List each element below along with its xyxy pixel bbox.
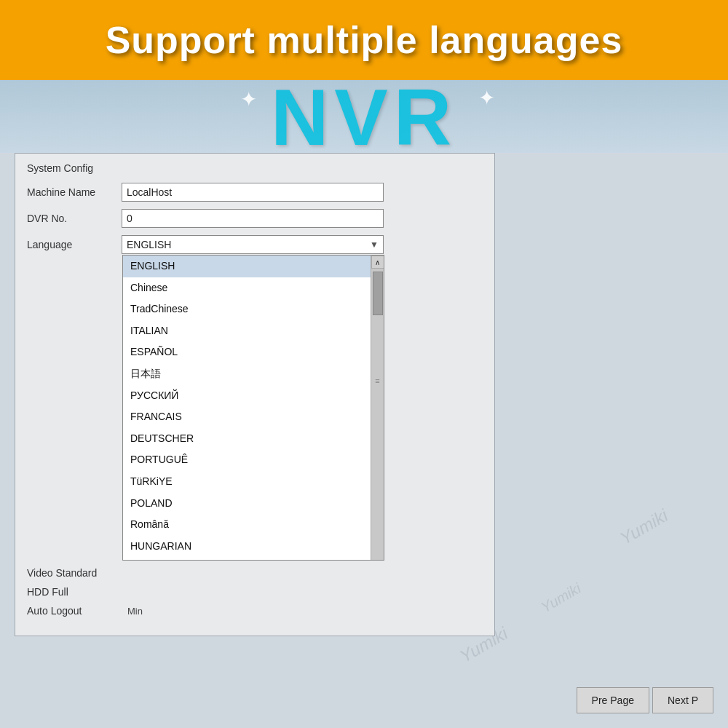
lang-item-turkiye[interactable]: TüRKiYE xyxy=(123,471,371,493)
language-label: Language xyxy=(27,239,122,250)
system-config-panel: System Config Machine Name DVR No. Langu… xyxy=(15,153,495,636)
lang-item-hungarian[interactable]: HUNGARIAN xyxy=(123,536,371,558)
machine-name-input[interactable] xyxy=(122,183,384,202)
banner-section: Support multiple languages xyxy=(0,0,728,80)
lang-item-italian[interactable]: ITALIAN xyxy=(123,320,371,342)
banner-title: Support multiple languages xyxy=(106,18,623,62)
video-standard-label: Video Standard xyxy=(27,567,122,579)
lang-item-romana[interactable]: Română xyxy=(123,514,371,536)
scroll-thumb[interactable] xyxy=(373,272,383,315)
dvr-no-row: DVR No. xyxy=(27,209,483,228)
lang-item-poland[interactable]: POLAND xyxy=(123,493,371,515)
language-selected-value: ENGLISH xyxy=(127,239,171,250)
main-content: Yumiki Yumiki Yumiki Yumiki Yumiki Yumik… xyxy=(0,153,728,728)
dropdown-scrollbar[interactable]: ∧ ≡ ∨ xyxy=(371,256,384,561)
dropdown-arrow-icon: ▼ xyxy=(370,240,379,250)
lang-item-english[interactable]: ENGLISH xyxy=(123,256,371,277)
watermark-4: Yumiki xyxy=(617,505,672,549)
nvr-logo-area: ✦ NVR ✦ xyxy=(0,80,728,153)
lang-item-japanese[interactable]: 日本語 xyxy=(123,363,371,385)
hdd-full-row: HDD Full xyxy=(27,586,483,598)
bottom-navigation: Pre Page Next P xyxy=(577,687,713,713)
pre-page-button[interactable]: Pre Page xyxy=(577,687,649,713)
language-dropdown-list[interactable]: ENGLISH Chinese TradChinese ITALIAN ESPA… xyxy=(122,255,384,561)
lang-item-deutscher[interactable]: DEUTSCHER xyxy=(123,428,371,450)
next-page-button[interactable]: Next P xyxy=(652,687,713,713)
dvr-no-input[interactable] xyxy=(122,209,384,228)
lang-item-suomi[interactable]: SUOMI xyxy=(123,557,371,561)
scroll-grip-icon: ≡ xyxy=(375,376,379,385)
language-dropdown-trigger[interactable]: ENGLISH ▼ ENGLISH Chinese TradChinese IT… xyxy=(122,235,384,254)
system-config-title: System Config xyxy=(27,162,483,174)
lang-item-francais[interactable]: FRANCAIS xyxy=(123,406,371,428)
auto-logout-label: Auto Logout xyxy=(27,605,122,617)
lang-item-russian[interactable]: РУССКИЙ xyxy=(123,385,371,407)
auto-logout-row: Auto Logout Min xyxy=(27,605,483,617)
sparkle-left: ✦ xyxy=(240,87,257,111)
language-row: Language ENGLISH ▼ ENGLISH Chinese TradC… xyxy=(27,235,483,254)
machine-name-label: Machine Name xyxy=(27,186,122,198)
machine-name-row: Machine Name xyxy=(27,183,483,202)
scroll-up-button[interactable]: ∧ xyxy=(371,256,384,269)
dvr-no-label: DVR No. xyxy=(27,213,122,224)
nvr-logo: NVR xyxy=(271,80,457,153)
video-standard-row: Video Standard xyxy=(27,567,483,579)
lang-item-espanol[interactable]: ESPAÑOL xyxy=(123,341,371,363)
hdd-full-label: HDD Full xyxy=(27,586,122,598)
lang-item-portugue[interactable]: PORTUGUÊ xyxy=(123,449,371,471)
lang-item-tradchinese[interactable]: TradChinese xyxy=(123,298,371,320)
sparkle-right: ✦ xyxy=(478,86,495,110)
watermark-5: Yumiki xyxy=(538,580,584,617)
auto-logout-min-label: Min xyxy=(127,606,143,617)
lang-item-chinese[interactable]: Chinese xyxy=(123,277,371,299)
